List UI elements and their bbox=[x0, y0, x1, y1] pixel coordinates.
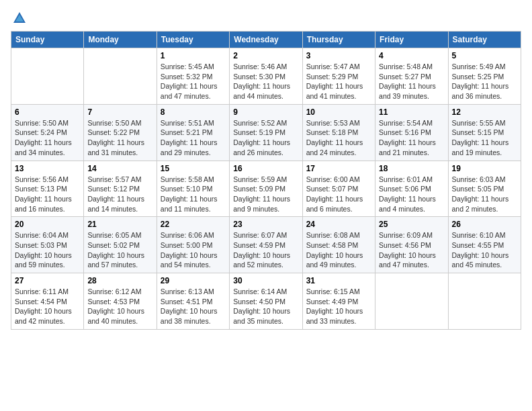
calendar-week-row: 13Sunrise: 5:56 AM Sunset: 5:13 PM Dayli… bbox=[11, 161, 521, 217]
calendar-cell: 21Sunrise: 6:05 AM Sunset: 5:02 PM Dayli… bbox=[84, 217, 157, 273]
day-number: 27 bbox=[15, 276, 80, 285]
day-info: Sunrise: 6:06 AM Sunset: 5:00 PM Dayligh… bbox=[161, 230, 226, 270]
day-number: 16 bbox=[233, 164, 298, 173]
day-of-week-header: Saturday bbox=[448, 32, 521, 48]
calendar-cell: 2Sunrise: 5:46 AM Sunset: 5:30 PM Daylig… bbox=[230, 48, 302, 105]
calendar-cell: 5Sunrise: 5:49 AM Sunset: 5:25 PM Daylig… bbox=[448, 48, 521, 105]
calendar-cell: 29Sunrise: 6:13 AM Sunset: 4:51 PM Dayli… bbox=[157, 273, 229, 330]
calendar-cell: 16Sunrise: 5:59 AM Sunset: 5:09 PM Dayli… bbox=[230, 161, 302, 217]
day-info: Sunrise: 6:08 AM Sunset: 4:58 PM Dayligh… bbox=[306, 230, 371, 270]
calendar-cell: 9Sunrise: 5:52 AM Sunset: 5:19 PM Daylig… bbox=[230, 104, 302, 161]
calendar-cell: 8Sunrise: 5:51 AM Sunset: 5:21 PM Daylig… bbox=[157, 104, 229, 161]
day-info: Sunrise: 6:04 AM Sunset: 5:03 PM Dayligh… bbox=[15, 230, 80, 270]
day-number: 28 bbox=[87, 276, 152, 285]
day-info: Sunrise: 5:54 AM Sunset: 5:16 PM Dayligh… bbox=[379, 118, 444, 158]
day-info: Sunrise: 5:47 AM Sunset: 5:29 PM Dayligh… bbox=[306, 62, 371, 101]
day-info: Sunrise: 5:50 AM Sunset: 5:22 PM Dayligh… bbox=[87, 118, 152, 158]
day-number: 14 bbox=[87, 164, 152, 173]
day-number: 11 bbox=[379, 107, 444, 117]
calendar-cell: 28Sunrise: 6:12 AM Sunset: 4:53 PM Dayli… bbox=[84, 273, 157, 330]
calendar-cell: 23Sunrise: 6:07 AM Sunset: 4:59 PM Dayli… bbox=[230, 217, 302, 273]
day-number: 4 bbox=[379, 51, 444, 60]
logo-icon bbox=[12, 11, 27, 26]
calendar-cell: 19Sunrise: 6:03 AM Sunset: 5:05 PM Dayli… bbox=[448, 161, 521, 217]
day-number: 18 bbox=[379, 164, 444, 173]
day-of-week-header: Friday bbox=[375, 32, 448, 48]
calendar-week-row: 1Sunrise: 5:45 AM Sunset: 5:32 PM Daylig… bbox=[11, 48, 521, 105]
day-number: 19 bbox=[452, 164, 517, 173]
calendar-cell: 1Sunrise: 5:45 AM Sunset: 5:32 PM Daylig… bbox=[157, 48, 229, 105]
calendar-cell bbox=[84, 48, 157, 105]
day-info: Sunrise: 5:59 AM Sunset: 5:09 PM Dayligh… bbox=[233, 175, 298, 214]
calendar-cell bbox=[448, 273, 521, 330]
day-number: 1 bbox=[161, 51, 226, 60]
day-info: Sunrise: 5:56 AM Sunset: 5:13 PM Dayligh… bbox=[15, 175, 80, 214]
day-number: 23 bbox=[233, 220, 298, 229]
day-info: Sunrise: 5:58 AM Sunset: 5:10 PM Dayligh… bbox=[161, 175, 226, 214]
day-number: 2 bbox=[233, 51, 298, 60]
day-number: 15 bbox=[161, 164, 226, 173]
day-info: Sunrise: 5:48 AM Sunset: 5:27 PM Dayligh… bbox=[379, 62, 444, 101]
day-info: Sunrise: 6:11 AM Sunset: 4:54 PM Dayligh… bbox=[15, 287, 80, 326]
calendar-week-row: 27Sunrise: 6:11 AM Sunset: 4:54 PM Dayli… bbox=[11, 273, 521, 330]
calendar-cell: 17Sunrise: 6:00 AM Sunset: 5:07 PM Dayli… bbox=[302, 161, 375, 217]
calendar-cell: 31Sunrise: 6:15 AM Sunset: 4:49 PM Dayli… bbox=[302, 273, 375, 330]
day-info: Sunrise: 5:52 AM Sunset: 5:19 PM Dayligh… bbox=[233, 118, 298, 158]
calendar-cell bbox=[11, 48, 84, 105]
day-number: 13 bbox=[15, 164, 80, 173]
calendar-cell: 12Sunrise: 5:55 AM Sunset: 5:15 PM Dayli… bbox=[448, 104, 521, 161]
calendar-cell: 20Sunrise: 6:04 AM Sunset: 5:03 PM Dayli… bbox=[11, 217, 84, 273]
day-info: Sunrise: 5:45 AM Sunset: 5:32 PM Dayligh… bbox=[161, 62, 226, 101]
day-info: Sunrise: 5:46 AM Sunset: 5:30 PM Dayligh… bbox=[233, 62, 298, 101]
day-number: 8 bbox=[161, 107, 226, 117]
calendar-cell: 4Sunrise: 5:48 AM Sunset: 5:27 PM Daylig… bbox=[375, 48, 448, 105]
day-info: Sunrise: 6:07 AM Sunset: 4:59 PM Dayligh… bbox=[233, 230, 298, 270]
day-number: 5 bbox=[452, 51, 517, 60]
calendar-week-row: 20Sunrise: 6:04 AM Sunset: 5:03 PM Dayli… bbox=[11, 217, 521, 273]
day-number: 10 bbox=[306, 107, 371, 117]
day-info: Sunrise: 6:00 AM Sunset: 5:07 PM Dayligh… bbox=[306, 175, 371, 214]
day-of-week-header: Monday bbox=[84, 32, 157, 48]
calendar-header-row: SundayMondayTuesdayWednesdayThursdayFrid… bbox=[11, 32, 521, 48]
day-number: 31 bbox=[306, 276, 371, 285]
day-info: Sunrise: 6:10 AM Sunset: 4:55 PM Dayligh… bbox=[452, 230, 517, 270]
calendar-cell: 26Sunrise: 6:10 AM Sunset: 4:55 PM Dayli… bbox=[448, 217, 521, 273]
day-number: 22 bbox=[161, 220, 226, 229]
calendar-cell bbox=[375, 273, 448, 330]
day-number: 29 bbox=[161, 276, 226, 285]
calendar-cell: 3Sunrise: 5:47 AM Sunset: 5:29 PM Daylig… bbox=[302, 48, 375, 105]
day-info: Sunrise: 6:05 AM Sunset: 5:02 PM Dayligh… bbox=[87, 230, 152, 270]
day-number: 12 bbox=[452, 107, 517, 117]
calendar-cell: 25Sunrise: 6:09 AM Sunset: 4:56 PM Dayli… bbox=[375, 217, 448, 273]
day-info: Sunrise: 5:55 AM Sunset: 5:15 PM Dayligh… bbox=[452, 118, 517, 158]
calendar-cell: 22Sunrise: 6:06 AM Sunset: 5:00 PM Dayli… bbox=[157, 217, 229, 273]
day-number: 24 bbox=[306, 220, 371, 229]
day-number: 21 bbox=[87, 220, 152, 229]
day-info: Sunrise: 5:53 AM Sunset: 5:18 PM Dayligh… bbox=[306, 118, 371, 158]
day-of-week-header: Sunday bbox=[11, 32, 84, 48]
calendar-cell: 18Sunrise: 6:01 AM Sunset: 5:06 PM Dayli… bbox=[375, 161, 448, 217]
day-info: Sunrise: 6:14 AM Sunset: 4:50 PM Dayligh… bbox=[233, 287, 298, 326]
day-number: 7 bbox=[87, 107, 152, 117]
day-number: 9 bbox=[233, 107, 298, 117]
calendar-table: SundayMondayTuesdayWednesdayThursdayFrid… bbox=[11, 31, 521, 330]
day-info: Sunrise: 6:01 AM Sunset: 5:06 PM Dayligh… bbox=[379, 175, 444, 214]
day-info: Sunrise: 6:15 AM Sunset: 4:49 PM Dayligh… bbox=[306, 287, 371, 326]
day-info: Sunrise: 6:03 AM Sunset: 5:05 PM Dayligh… bbox=[452, 175, 517, 214]
day-info: Sunrise: 5:50 AM Sunset: 5:24 PM Dayligh… bbox=[15, 118, 80, 158]
day-info: Sunrise: 5:49 AM Sunset: 5:25 PM Dayligh… bbox=[452, 62, 517, 101]
calendar-cell: 14Sunrise: 5:57 AM Sunset: 5:12 PM Dayli… bbox=[84, 161, 157, 217]
day-of-week-header: Wednesday bbox=[230, 32, 302, 48]
calendar-cell: 7Sunrise: 5:50 AM Sunset: 5:22 PM Daylig… bbox=[84, 104, 157, 161]
calendar-cell: 11Sunrise: 5:54 AM Sunset: 5:16 PM Dayli… bbox=[375, 104, 448, 161]
day-of-week-header: Tuesday bbox=[157, 32, 229, 48]
calendar-cell: 6Sunrise: 5:50 AM Sunset: 5:24 PM Daylig… bbox=[11, 104, 84, 161]
day-info: Sunrise: 5:51 AM Sunset: 5:21 PM Dayligh… bbox=[161, 118, 226, 158]
day-number: 3 bbox=[306, 51, 371, 60]
day-info: Sunrise: 6:09 AM Sunset: 4:56 PM Dayligh… bbox=[379, 230, 444, 270]
day-number: 20 bbox=[15, 220, 80, 229]
day-of-week-header: Thursday bbox=[302, 32, 375, 48]
calendar-cell: 30Sunrise: 6:14 AM Sunset: 4:50 PM Dayli… bbox=[230, 273, 302, 330]
page-header bbox=[11, 11, 521, 23]
calendar-cell: 24Sunrise: 6:08 AM Sunset: 4:58 PM Dayli… bbox=[302, 217, 375, 273]
